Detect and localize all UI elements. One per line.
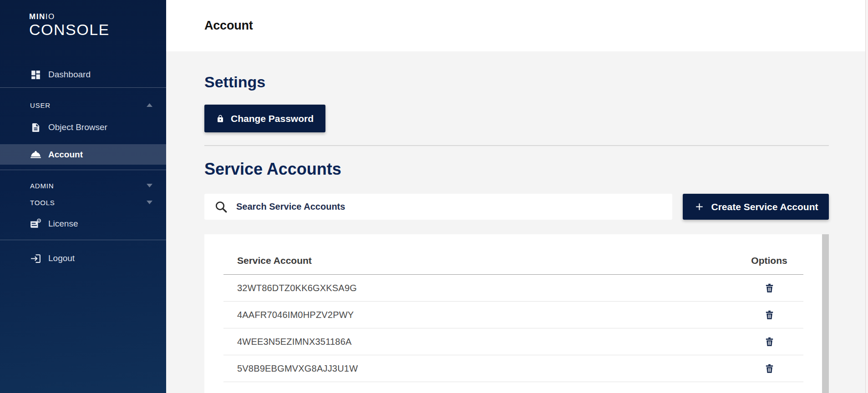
table-row: 5V8B9EBGMVXG8AJJ3U1W [223,355,803,382]
search-row: Create Service Account [204,194,829,220]
table-header-row: Service Account Options [223,234,803,275]
sidebar-divider [0,170,166,170]
delete-service-account-button[interactable] [762,335,777,349]
search-icon [214,200,228,214]
delete-service-account-button[interactable] [762,281,777,295]
sidebar-item-label: Logout [48,253,75,263]
lock-icon [216,115,224,123]
chevron-down-icon [147,184,152,187]
dashboard-icon [29,69,42,81]
table-row: 4AAFR7046IM0HPZV2PWY [223,302,803,328]
section-label: TOOLS [30,199,55,207]
table-scrollbar-thumb[interactable] [822,234,829,393]
sidebar-item-account[interactable]: Account [0,144,166,165]
service-accounts-heading: Service Accounts [204,160,829,179]
service-accounts-table: Service Account Options 32WT86DTZ0KK6GXK… [204,234,822,393]
chevron-down-icon [147,201,152,204]
column-header-options: Options [735,255,803,266]
service-account-id: 5V8B9EBGMVXG8AJJ3U1W [223,363,735,374]
main-area: Account Settings Change Password Service… [166,0,868,393]
service-accounts-table-card: Service Account Options 32WT86DTZ0KK6GXK… [204,234,829,393]
create-service-account-label: Create Service Account [711,202,818,212]
section-divider [204,145,829,146]
service-account-id: 32WT86DTZ0KK6GXKSA9G [223,283,735,293]
logo-min: MIN [29,12,46,21]
sidebar-item-object-browser[interactable]: Object Browser [0,116,166,139]
delete-service-account-button[interactable] [762,308,777,322]
section-label: USER [30,101,51,109]
table-row: 4WEE3N5EZIMNX351186A [223,328,803,355]
sidebar-item-license[interactable]: License [0,212,166,235]
create-service-account-button[interactable]: Create Service Account [683,194,829,220]
minio-console-logo: MINIO CONSOLE [29,13,110,37]
content-area: Settings Change Password Service Account… [166,51,868,393]
bell-icon [29,148,42,161]
sidebar-section-user[interactable]: USER [0,97,166,113]
sidebar-divider [0,87,166,88]
table-row: 32WT86DTZ0KK6GXKSA9G [223,275,803,302]
change-password-button[interactable]: Change Password [204,105,325,132]
trash-icon [764,283,775,293]
service-account-id: 4WEE3N5EZIMNX351186A [223,337,735,347]
logo-console: CONSOLE [29,22,110,37]
logout-icon [29,253,42,264]
service-account-id: 4AAFR7046IM0HPZV2PWY [223,310,735,320]
sidebar: MINIO CONSOLE Dashboard USER Object Brow… [0,0,166,393]
section-label: ADMIN [30,182,54,190]
sidebar-item-label: License [48,219,78,229]
trash-icon [764,337,775,347]
search-input[interactable] [236,194,663,220]
search-box [204,194,672,220]
sidebar-item-logout[interactable]: Logout [0,247,166,270]
sidebar-section-admin[interactable]: ADMIN [0,178,166,193]
plus-icon [694,201,705,212]
sidebar-item-label: Dashboard [48,70,91,80]
column-header-service-account: Service Account [223,255,735,266]
document-icon [29,122,42,133]
logo-io: IO [46,12,55,21]
page-header: Account [166,0,868,51]
trash-icon [764,310,775,320]
change-password-label: Change Password [231,113,314,124]
sidebar-divider [0,240,166,240]
delete-service-account-button[interactable] [762,362,777,376]
sidebar-item-dashboard[interactable]: Dashboard [0,63,166,86]
chevron-up-icon [147,103,152,107]
license-icon [29,218,42,230]
settings-heading: Settings [204,73,829,91]
sidebar-section-tools[interactable]: TOOLS [0,195,166,210]
page-scrollbar[interactable] [865,0,868,393]
trash-icon [764,363,775,374]
sidebar-item-label: Object Browser [48,122,107,132]
sidebar-item-label: Account [48,150,83,160]
page-title: Account [204,19,253,33]
